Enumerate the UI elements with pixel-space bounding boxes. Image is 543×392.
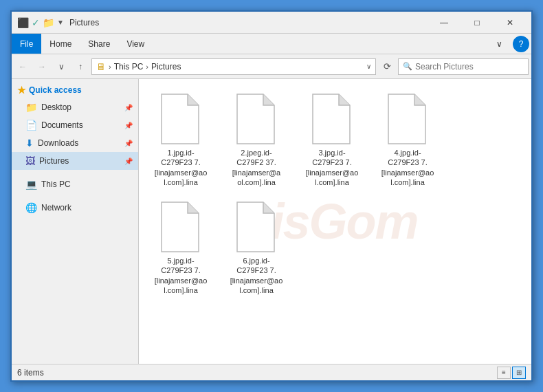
path-sep-1: › [109, 63, 111, 71]
refresh-button[interactable]: ⟳ [379, 58, 395, 75]
folder-icon: 🖥 [96, 61, 106, 72]
back-button[interactable]: ← [14, 58, 31, 75]
window-controls: — □ ✕ [428, 12, 526, 34]
menu-share[interactable]: Share [80, 34, 118, 54]
file-item[interactable]: 3.jpg.id-C279F23 7.[linajamser@ao l.com]… [301, 90, 363, 190]
files-row-2: 5.jpg.id-C279F23 7.[linajamser@ao l.com]… [150, 198, 520, 298]
search-box[interactable]: 🔍 [398, 58, 529, 75]
file-name-4: 4.jpg.id-C279F23 7.[linajamser@ao l.com]… [379, 148, 436, 187]
sidebar-item-network[interactable]: 🌐 Network [12, 199, 138, 217]
path-this-pc[interactable]: This PC [114, 62, 144, 72]
menu-chevron[interactable]: ∨ [488, 34, 511, 54]
close-button[interactable]: ✕ [494, 12, 526, 34]
file-icon-2 [234, 93, 278, 145]
menu-bar: File Home Share View ∨ ? [12, 34, 531, 54]
menu-view[interactable]: View [118, 34, 153, 54]
search-input[interactable] [415, 62, 524, 72]
file-name-1: 1.jpg.id-C279F23 7.[linajamser@ao l.com]… [153, 148, 209, 187]
explorer-window: ⬛ ✓ 📁 ▼ Pictures — □ ✕ File Home Share V… [10, 10, 533, 382]
file-item[interactable]: 6.jpg.id-C279F23 7.[linajamser@ao l.com]… [225, 198, 287, 298]
view-buttons: ≡ ⊞ [497, 367, 526, 379]
file-name-2: 2.jpeg.id-C279F2 37.[linajamser@a ol.com… [228, 148, 285, 187]
file-item[interactable]: 4.jpg.id-C279F23 7.[linajamser@ao l.com]… [377, 90, 439, 190]
icon-view-button[interactable]: ⊞ [512, 367, 526, 379]
dropdown-nav-button[interactable]: ∨ [53, 58, 69, 75]
sidebar-item-desktop[interactable]: 📁 Desktop 📌 [12, 98, 138, 116]
menu-home[interactable]: Home [41, 34, 80, 54]
file-grid: risGom 1.jpg.id-C279F23 7.[linajamser@ao… [139, 79, 531, 364]
pictures-folder-icon: 🖼 [25, 155, 35, 166]
menu-file[interactable]: File [12, 34, 41, 54]
folder-icon: 📄 [25, 120, 37, 131]
sidebar-item-thispc[interactable]: 💻 This PC [12, 175, 138, 193]
file-item[interactable]: 2.jpeg.id-C279F2 37.[linajamser@a ol.com… [225, 90, 287, 190]
file-item[interactable]: 1.jpg.id-C279F23 7.[linajamser@ao l.com]… [150, 90, 212, 190]
path-sep-2: › [146, 63, 148, 71]
title-bar-icons: ⬛ ✓ 📁 ▼ [17, 17, 64, 28]
pin-icon: 📌 [124, 122, 133, 129]
file-icon-6 [234, 201, 278, 253]
qat-folder-icon: 📁 [43, 17, 54, 28]
file-icon-5 [159, 201, 203, 253]
quick-access-header[interactable]: ★ Quick access [12, 82, 138, 98]
title-bar: ⬛ ✓ 📁 ▼ Pictures — □ ✕ [12, 12, 531, 34]
sidebar-item-pictures[interactable]: 🖼 Pictures 📌 [12, 152, 138, 170]
file-icon-4 [386, 93, 430, 145]
file-name-6: 6.jpg.id-C279F23 7.[linajamser@ao l.com]… [228, 256, 285, 295]
status-bar: 6 items ≡ ⊞ [12, 364, 531, 380]
download-folder-icon: ⬇ [25, 138, 34, 149]
path-dropdown-icon[interactable]: ∨ [366, 63, 371, 70]
list-view-button[interactable]: ≡ [497, 367, 511, 379]
file-name-3: 3.jpg.id-C279F23 7.[linajamser@ao l.com]… [304, 148, 360, 187]
up-button[interactable]: ↑ [72, 58, 89, 75]
file-icon-3 [310, 93, 354, 145]
network-icon: 🌐 [25, 202, 37, 213]
sidebar-item-documents[interactable]: 📄 Documents 📌 [12, 116, 138, 134]
file-item[interactable]: 5.jpg.id-C279F23 7.[linajamser@ao l.com]… [150, 198, 212, 298]
menu-help[interactable]: ? [513, 36, 529, 52]
window-title: Pictures [69, 18, 428, 28]
status-item-count: 6 items [17, 368, 44, 378]
qat-icon-2: ✓ [32, 17, 40, 28]
address-bar: ← → ∨ ↑ 🖥 › This PC › Pictures ∨ ⟳ 🔍 [12, 54, 531, 79]
qat-icon-1: ⬛ [17, 17, 29, 28]
folder-icon: 📁 [25, 102, 37, 113]
files-row-1: 1.jpg.id-C279F23 7.[linajamser@ao l.com]… [150, 90, 520, 190]
star-icon: ★ [17, 85, 26, 96]
chevron-down-icon: ∨ [496, 39, 502, 49]
search-icon: 🔍 [403, 62, 412, 71]
pin-icon: 📌 [124, 157, 133, 165]
sidebar: ★ Quick access 📁 Desktop 📌 📄 Documents 📌… [12, 79, 139, 364]
qat-dropdown[interactable]: ▼ [57, 19, 64, 26]
file-name-5: 5.jpg.id-C279F23 7.[linajamser@ao l.com]… [153, 256, 209, 295]
maximize-button[interactable]: □ [461, 12, 493, 34]
forward-button[interactable]: → [34, 58, 50, 75]
minimize-button[interactable]: — [428, 12, 460, 34]
file-icon-1 [159, 93, 203, 145]
computer-icon: 💻 [25, 179, 37, 190]
main-content: ★ Quick access 📁 Desktop 📌 📄 Documents 📌… [12, 79, 531, 364]
pin-icon: 📌 [124, 104, 133, 111]
address-path[interactable]: 🖥 › This PC › Pictures ∨ [91, 58, 376, 75]
path-pictures[interactable]: Pictures [151, 62, 181, 72]
sidebar-item-downloads[interactable]: ⬇ Downloads 📌 [12, 134, 138, 152]
pin-icon: 📌 [124, 140, 133, 147]
